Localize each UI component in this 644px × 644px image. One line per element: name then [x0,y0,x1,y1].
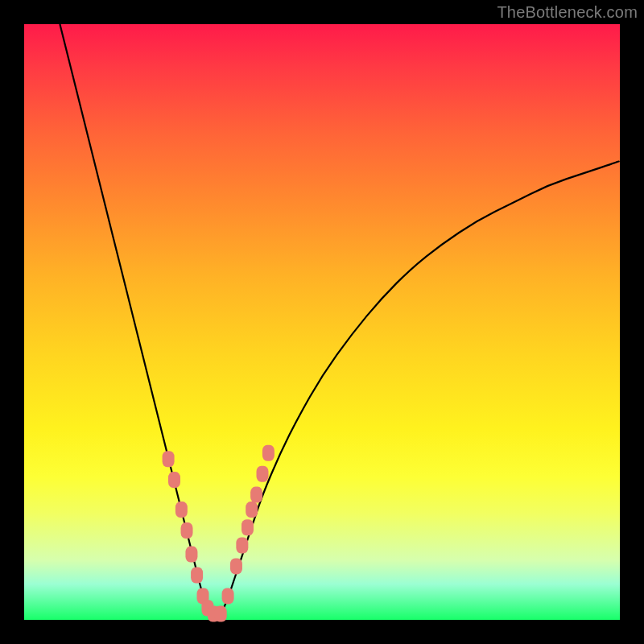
data-point [175,502,188,518]
data-point [191,568,203,584]
curve-right-branch [221,161,620,613]
data-point [181,522,193,539]
data-point [236,538,248,554]
data-point [230,558,242,574]
chart-svg [24,24,620,620]
data-point [246,502,258,518]
data-point [250,487,262,503]
chart-frame: TheBottleneck.com [0,0,644,644]
data-point [242,519,254,535]
data-point [257,466,269,482]
data-point [215,606,227,622]
data-point [262,445,275,461]
watermark-text: TheBottleneck.com [497,3,638,22]
highlight-points [163,445,275,622]
data-point [163,451,175,467]
plot-area [24,24,620,620]
data-point [185,547,197,563]
data-point [168,472,180,488]
data-point [222,588,234,604]
